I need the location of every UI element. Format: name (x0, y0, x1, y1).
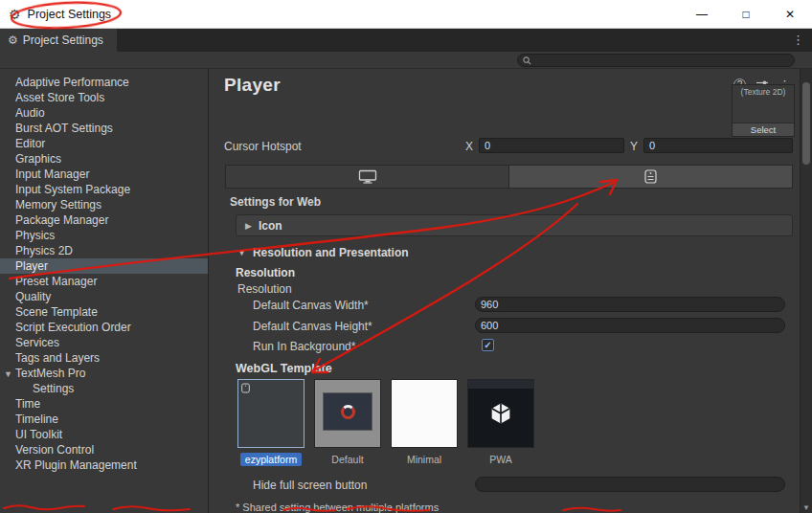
resolution-header: Resolution (236, 266, 295, 279)
sidebar-item-tags-and-layers[interactable]: Tags and Layers (0, 350, 208, 366)
template-default-thumbnail[interactable] (314, 379, 381, 448)
window-controls: — □ ✕ (680, 0, 812, 28)
sidebar-item-ui-toolkit[interactable]: UI Toolkit (0, 427, 208, 442)
sidebar-item-input-manager[interactable]: Input Manager (0, 167, 208, 182)
scrollbar-thumb[interactable] (802, 82, 810, 165)
scroll-down-icon[interactable]: ▼ (801, 503, 812, 512)
settings-for-heading: Settings for Web (230, 195, 321, 209)
sidebar-item-textmesh-pro[interactable]: ▼TextMesh Pro (0, 366, 208, 381)
cursor-hotspot-label: Cursor Hotspot (224, 140, 302, 153)
template-default[interactable]: Default (314, 379, 381, 466)
template-pwa[interactable]: PWA (467, 379, 534, 466)
check-icon: ✓ (484, 341, 491, 350)
search-input[interactable] (535, 55, 794, 66)
sidebar-item-player[interactable]: Player (0, 258, 208, 274)
close-button[interactable]: ✕ (768, 0, 812, 28)
search-icon (523, 56, 531, 65)
template-pwa-label: PWA (489, 453, 512, 466)
texture-select-button[interactable]: Select (733, 123, 794, 136)
sidebar-item-asset-store-tools[interactable]: Asset Store Tools (0, 90, 208, 105)
template-ezyplatform-label: ezyplatform (240, 453, 302, 466)
webgl-template-header: WebGL Template (236, 362, 332, 375)
foldout-open-icon: ▼ (4, 367, 15, 382)
foldout-closed-icon: ▶ (245, 221, 252, 231)
hide-fullscreen-field[interactable] (475, 477, 785, 492)
sidebar-item-package-manager[interactable]: Package Manager (0, 212, 208, 228)
sidebar-item-timeline[interactable]: Timeline (0, 412, 208, 427)
sidebar-item-audio[interactable]: Audio (0, 105, 208, 121)
sidebar-item-script-execution-order[interactable]: Script Execution Order (0, 320, 208, 335)
platform-tab-strip (225, 165, 793, 189)
tab-label: Project Settings (23, 33, 103, 47)
maximize-button[interactable]: □ (724, 0, 768, 28)
sidebar-item-adaptive-performance[interactable]: Adaptive Performance (0, 75, 208, 90)
pwa-thumbnail-topbar (468, 380, 533, 389)
web-platform-icon (644, 169, 657, 184)
template-pwa-thumbnail[interactable] (467, 379, 534, 448)
content-area: Adaptive Performance Asset Store Tools A… (0, 69, 812, 513)
webgl-template-list: ezyplatform Default Minimal (237, 379, 534, 466)
app-icon: ⚙ (9, 7, 21, 22)
hotspot-x-field[interactable] (479, 138, 624, 153)
canvas-height-field[interactable] (475, 318, 785, 333)
search-row (0, 52, 812, 69)
template-default-preview (323, 392, 372, 431)
search-box[interactable] (517, 54, 795, 67)
resolution-presentation-foldout[interactable]: ▼ Resolution and Presentation (237, 246, 409, 259)
sidebar-item-physics[interactable]: Physics (0, 228, 208, 243)
sidebar-item-input-system-package[interactable]: Input System Package (0, 182, 208, 197)
sidebar-item-xr-plugin-management[interactable]: XR Plugin Management (0, 457, 208, 473)
template-minimal[interactable]: Minimal (391, 379, 458, 466)
tab-project-settings[interactable]: ⚙ Project Settings (0, 29, 117, 52)
template-minimal-label: Minimal (407, 453, 441, 466)
tab-row-kebab-icon[interactable]: ⋮ (792, 33, 804, 47)
platform-tab-web[interactable] (509, 166, 792, 188)
cursor-texture-picker[interactable]: (Texture 2D) Select (732, 84, 795, 137)
sidebar-item-tmp-settings[interactable]: Settings (0, 381, 208, 396)
resolution-presentation-label: Resolution and Presentation (253, 246, 409, 259)
hotspot-y-label: Y (630, 140, 638, 153)
hotspot-y-field[interactable] (643, 138, 793, 153)
player-settings-panel: Player ? ⋮ (Texture 2D) Select Cursor Ho… (209, 69, 812, 513)
run-in-background-checkbox[interactable]: ✓ (482, 339, 494, 351)
icon-foldout-label: Icon (259, 219, 282, 233)
page-title: Player (224, 75, 281, 96)
template-ezyplatform[interactable]: ezyplatform (237, 379, 304, 466)
sidebar-item-graphics[interactable]: Graphics (0, 151, 208, 167)
hide-fullscreen-label: Hide full screen button (253, 479, 367, 492)
window-titlebar: ⚙ Project Settings — □ ✕ (0, 0, 812, 29)
run-in-background-label: Run In Background* (253, 340, 355, 353)
canvas-width-field[interactable] (475, 297, 785, 312)
canvas-height-label: Default Canvas Height* (253, 320, 372, 333)
resolution-subheader: Resolution (237, 282, 292, 296)
sidebar-item-physics-2d[interactable]: Physics 2D (0, 243, 208, 258)
web-template-icon (241, 383, 250, 393)
unity-cube-icon (487, 400, 514, 427)
sidebar-item-version-control[interactable]: Version Control (0, 442, 208, 457)
vertical-scrollbar[interactable]: ▼ (800, 69, 812, 513)
sidebar-item-quality[interactable]: Quality (0, 289, 208, 304)
sidebar-item-burst-aot-settings[interactable]: Burst AOT Settings (0, 121, 208, 136)
icon-foldout[interactable]: ▶ Icon (236, 214, 793, 236)
sidebar-item-editor[interactable]: Editor (0, 136, 208, 151)
settings-sidebar: Adaptive Performance Asset Store Tools A… (0, 69, 209, 513)
project-settings-window: ⚙ Project Settings — □ ✕ ⚙ Project Setti… (0, 0, 812, 513)
template-minimal-thumbnail[interactable] (391, 379, 458, 448)
template-ezyplatform-thumbnail[interactable] (237, 379, 304, 448)
foldout-open-icon: ▼ (237, 248, 246, 257)
sidebar-item-memory-settings[interactable]: Memory Settings (0, 197, 208, 212)
hotspot-x-label: X (465, 140, 473, 153)
minimize-button[interactable]: — (680, 0, 724, 28)
editor-tab-row: ⚙ Project Settings ⋮ (0, 29, 812, 52)
template-default-label: Default (331, 453, 363, 466)
sidebar-item-scene-template[interactable]: Scene Template (0, 304, 208, 320)
loading-ring-icon (341, 405, 355, 419)
sidebar-item-time[interactable]: Time (0, 396, 208, 412)
sidebar-item-services[interactable]: Services (0, 335, 208, 350)
platform-tab-standalone[interactable] (226, 166, 509, 188)
shared-setting-footnote: * Shared setting between multiple platfo… (236, 502, 439, 513)
canvas-width-label: Default Canvas Width* (253, 299, 369, 312)
sidebar-item-preset-manager[interactable]: Preset Manager (0, 274, 208, 289)
window-title: Project Settings (28, 8, 112, 21)
monitor-icon (358, 169, 377, 184)
